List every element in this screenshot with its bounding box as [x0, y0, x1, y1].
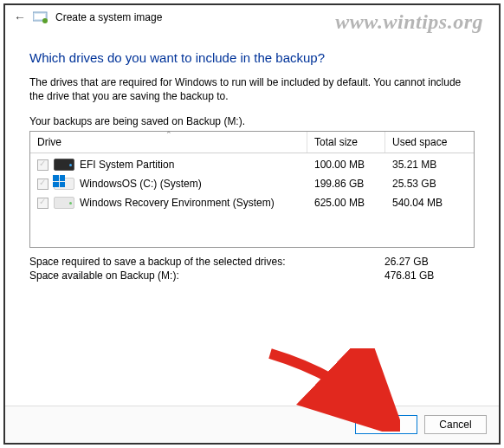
back-icon[interactable]: ←: [14, 10, 26, 24]
col-drive[interactable]: ⌃ Drive: [30, 132, 307, 153]
table-row[interactable]: EFI System Partition 100.00 MB 35.21 MB: [30, 155, 474, 174]
save-target-text: Your backups are being saved on Backup (…: [29, 115, 475, 127]
description-text: The drives that are required for Windows…: [29, 75, 475, 103]
next-button[interactable]: Next: [355, 415, 417, 434]
col-used[interactable]: Used space: [385, 132, 474, 153]
sort-indicator-icon: ⌃: [165, 130, 172, 139]
summary-block: Space required to save a backup of the s…: [29, 255, 475, 282]
drive-total: 100.00 MB: [307, 159, 385, 171]
drive-name: WindowsOS (C:) (System): [80, 178, 202, 190]
col-drive-label: Drive: [37, 136, 61, 148]
col-used-label: Used space: [392, 136, 447, 148]
space-required-value: 26.27 GB: [384, 256, 475, 268]
titlebar: ← Create a system image: [5, 5, 499, 29]
table-row[interactable]: Windows Recovery Environment (System) 62…: [30, 193, 474, 212]
drive-name: Windows Recovery Environment (System): [80, 197, 275, 209]
system-image-icon: [33, 10, 48, 24]
page-heading: Which drives do you want to include in t…: [29, 50, 475, 65]
table-row[interactable]: WindowsOS (C:) (System) 199.86 GB 25.53 …: [30, 174, 474, 193]
drive-total: 625.00 MB: [307, 197, 385, 209]
drive-used: 35.21 MB: [385, 159, 474, 171]
col-total-label: Total size: [314, 136, 358, 148]
drive-total: 199.86 GB: [307, 178, 385, 190]
space-available-value: 476.81 GB: [384, 269, 475, 282]
table-header: ⌃ Drive Total size Used space: [30, 132, 474, 153]
drive-name: EFI System Partition: [80, 159, 174, 171]
drive-used: 540.04 MB: [385, 197, 474, 209]
drive-icon: [54, 159, 74, 171]
drive-icon: [54, 178, 74, 190]
drive-icon: [54, 197, 74, 209]
svg-rect-1: [35, 14, 45, 19]
checkbox-icon: [37, 179, 48, 190]
drives-table: ⌃ Drive Total size Used space EFI System…: [29, 131, 475, 248]
checkbox-icon: [37, 159, 48, 171]
checkbox-icon: [37, 198, 48, 209]
svg-point-2: [42, 18, 48, 23]
col-total[interactable]: Total size: [307, 132, 385, 153]
space-required-label: Space required to save a backup of the s…: [29, 256, 384, 268]
footer: Next Cancel: [5, 406, 499, 443]
window-title: Create a system image: [55, 11, 162, 23]
space-available-label: Space available on Backup (M:):: [29, 269, 384, 282]
drive-used: 25.53 GB: [385, 178, 474, 190]
windows-logo-icon: [53, 175, 65, 187]
cancel-button[interactable]: Cancel: [424, 415, 487, 434]
